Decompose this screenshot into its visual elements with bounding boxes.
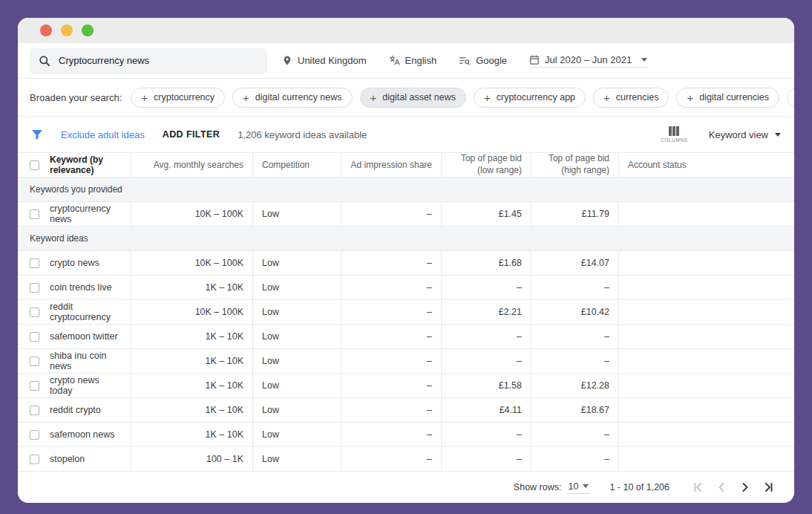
- cell-value: £4.11: [500, 404, 522, 416]
- row-checkbox[interactable]: [30, 381, 39, 391]
- table-cell: –: [341, 398, 442, 422]
- cell-value: 1K – 10K: [206, 282, 243, 293]
- plus-icon: +: [370, 92, 377, 103]
- next-page-button[interactable]: [736, 478, 754, 496]
- add-filter-button[interactable]: ADD FILTER: [163, 129, 220, 140]
- first-page-button[interactable]: [689, 478, 707, 496]
- cell-value: –: [604, 331, 609, 342]
- cell-value: £12.28: [581, 380, 609, 391]
- keyword-text: stopelon: [50, 454, 85, 464]
- keyword-text: safemoon news: [50, 429, 115, 440]
- cell-value: Low: [262, 405, 279, 415]
- exclude-adult-ideas-link[interactable]: Exclude adult ideas: [61, 129, 145, 140]
- table-cell: reddit cryptocurrency: [18, 300, 131, 324]
- section-label: Keyword ideas: [30, 233, 88, 244]
- table-footer: Show rows: 10 1 - 10 of 1,206: [18, 472, 794, 503]
- broaden-chip[interactable]: +cryptocurrency app: [474, 88, 586, 108]
- show-rows-value: 10: [568, 481, 578, 492]
- columns-icon: [668, 126, 680, 136]
- cell-value: 10K – 100K: [195, 209, 243, 219]
- broaden-chip[interactable]: +currencies: [593, 88, 669, 108]
- table-cell: Low: [253, 349, 341, 373]
- cell-value: £1.45: [499, 208, 522, 220]
- row-checkbox[interactable]: [30, 357, 39, 366]
- cell-value: –: [604, 355, 609, 367]
- table-cell: Low: [253, 251, 341, 275]
- cell-value: –: [427, 209, 432, 219]
- keyword-search-input[interactable]: Cryptocurrency news: [30, 48, 267, 74]
- table-cell: stopelon: [18, 447, 131, 471]
- cell-value: Low: [262, 356, 279, 366]
- cell-value: £18.67: [581, 404, 609, 416]
- cell-value: –: [604, 282, 609, 293]
- broaden-chip[interactable]: +digital currency news: [232, 88, 352, 108]
- cell-value: 10K – 100K: [195, 258, 243, 268]
- table-cell: £12.28: [531, 374, 619, 397]
- table-row: stopelon100 – 1KLow–––: [18, 447, 794, 472]
- setting-translate[interactable]: English: [389, 55, 437, 66]
- broaden-chip[interactable]: +digital asset news: [360, 88, 466, 108]
- table-cell: £11.79: [531, 202, 619, 226]
- plus-icon: +: [243, 92, 249, 103]
- close-window-button[interactable]: [40, 25, 52, 36]
- cell-value: Low: [262, 282, 279, 293]
- table-cell: [619, 276, 794, 299]
- setting-network[interactable]: Google: [459, 55, 507, 66]
- table-row: cryptocurrency news10K – 100KLow–£1.45£1…: [18, 202, 794, 227]
- chip-label: currencies: [616, 92, 659, 103]
- table-cell: 1K – 10K: [131, 349, 253, 373]
- keyword-text: coin trends live: [50, 282, 111, 293]
- keyword-text: reddit crypto: [50, 405, 101, 415]
- broaden-chip[interactable]: +cryptocurrency: [131, 88, 225, 108]
- table-cell: –: [341, 202, 442, 226]
- table-cell: Low: [253, 398, 341, 422]
- minimize-window-button[interactable]: [61, 25, 73, 36]
- table-cell: –: [531, 276, 619, 299]
- show-rows-select[interactable]: 10: [566, 481, 590, 494]
- cell-value: –: [427, 356, 432, 366]
- row-checkbox[interactable]: [30, 430, 39, 440]
- broaden-chip[interactable]: +digital currencies: [676, 88, 779, 108]
- prev-page-button[interactable]: [713, 478, 730, 496]
- plus-icon: +: [603, 92, 610, 103]
- table-cell: Low: [253, 325, 341, 348]
- table-cell: –: [442, 325, 531, 348]
- row-checkbox[interactable]: [30, 209, 39, 219]
- broaden-chip[interactable]: +investing: [787, 88, 794, 108]
- cell-value: 1K – 10K: [206, 380, 243, 391]
- row-checkbox[interactable]: [30, 455, 39, 464]
- table-row: crypto news today1K – 10KLow–£1.58£12.28: [18, 374, 794, 398]
- keyword-text: crypto news today: [50, 375, 122, 396]
- keyword-view-dropdown[interactable]: Keyword view: [709, 129, 781, 140]
- select-all-checkbox[interactable]: [30, 160, 39, 170]
- keyword-ideas-count: 1,206 keyword ideas available: [238, 129, 367, 140]
- zoom-window-button[interactable]: [82, 25, 94, 36]
- row-checkbox[interactable]: [30, 406, 39, 415]
- section-header-row: Keywords you provided: [18, 178, 794, 202]
- column-header: Top of page bid (low range): [442, 153, 531, 177]
- cell-value: Low: [262, 209, 279, 219]
- setting-label: English: [405, 55, 437, 66]
- columns-button[interactable]: COLUMNS: [661, 126, 688, 143]
- column-header-label: Keyword (by relevance): [50, 154, 122, 175]
- setting-calendar[interactable]: Jul 2020 – Jun 2021: [529, 54, 647, 68]
- column-header: Keyword (by relevance): [18, 153, 131, 177]
- cell-value: –: [427, 282, 432, 293]
- row-checkbox[interactable]: [30, 283, 39, 293]
- column-header-label: Ad impression share: [351, 160, 432, 170]
- setting-location-pin[interactable]: United Kingdom: [282, 55, 367, 66]
- table-row: reddit crypto1K – 10KLow–£4.11£18.67: [18, 398, 794, 423]
- chip-label: digital asset news: [382, 92, 456, 103]
- last-page-button[interactable]: [760, 478, 778, 496]
- table-cell: Low: [253, 423, 341, 446]
- table-cell: Low: [253, 202, 341, 226]
- column-header-label: Top of page bid (low range): [451, 153, 522, 176]
- row-checkbox[interactable]: [30, 332, 39, 342]
- table-header-row: Keyword (by relevance)Avg. monthly searc…: [18, 152, 794, 178]
- filter-funnel-icon[interactable]: [31, 129, 43, 140]
- row-checkbox[interactable]: [30, 308, 39, 317]
- row-checkbox[interactable]: [30, 258, 39, 268]
- plus-icon: +: [484, 92, 491, 103]
- targeting-settings: United KingdomEnglishGoogleJul 2020 – Ju…: [282, 54, 647, 68]
- table-cell: £4.11: [442, 398, 531, 422]
